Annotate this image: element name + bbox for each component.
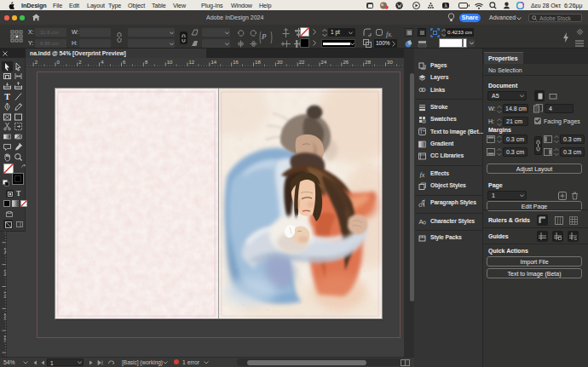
svg-text:S: S [574, 236, 577, 240]
svg-text:T: T [4, 92, 10, 101]
svg-text:24: 24 [321, 60, 327, 65]
svg-text:22: 22 [299, 60, 305, 65]
svg-text:10: 10 [167, 60, 173, 65]
svg-text:12: 12 [189, 60, 195, 65]
svg-text:fx: fx [420, 170, 425, 178]
svg-text:T: T [419, 129, 423, 135]
svg-text:A: A [418, 218, 423, 226]
svg-text:14: 14 [210, 60, 216, 65]
svg-text:20: 20 [277, 60, 283, 65]
svg-text:16: 16 [233, 60, 239, 65]
svg-text:28: 28 [365, 60, 371, 65]
svg-text:30: 30 [387, 60, 393, 65]
svg-text:26: 26 [343, 60, 349, 65]
svg-text:18: 18 [255, 60, 261, 65]
